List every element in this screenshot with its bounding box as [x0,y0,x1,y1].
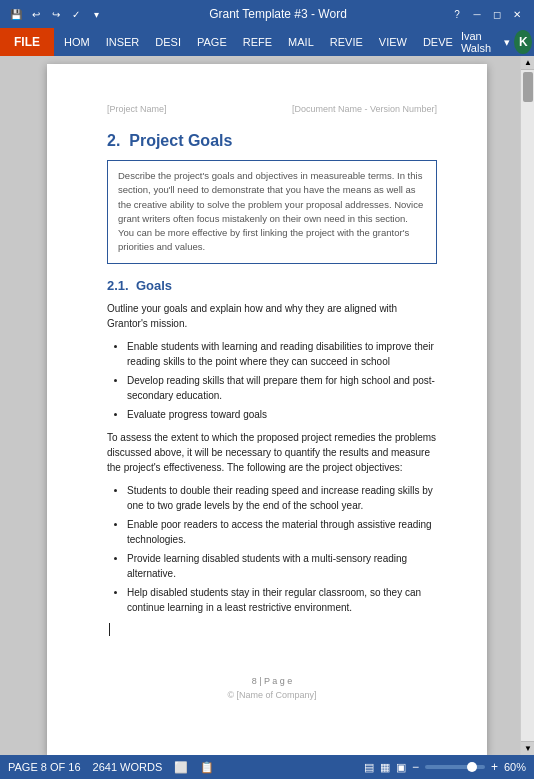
cursor [109,623,110,636]
goal-item-1: Enable students with learning and readin… [127,339,437,369]
section-title: 2. Project Goals [107,132,437,150]
zoom-level: 60% [504,761,526,773]
tab-review[interactable]: REVIE [322,28,371,56]
zoom-slider[interactable] [425,765,485,769]
ribbon-tabs: HOM INSER DESI PAGE REFE MAIL REVIE VIEW… [54,28,461,56]
view-icon-2[interactable]: ▦ [380,761,390,774]
tab-home[interactable]: HOM [56,28,98,56]
scroll-up-button[interactable]: ▲ [521,56,534,70]
title-bar: 💾 ↩ ↪ ✓ ▾ Grant Template #3 - Word ? ─ ◻… [0,0,534,28]
goal-item-3: Evaluate progress toward goals [127,407,437,422]
window-title: Grant Template #3 - Word [108,7,448,21]
customize-icon[interactable]: ▾ [88,6,104,22]
project-name-field: [Project Name] [107,104,167,114]
page-number: 8 | P a g e [107,676,437,686]
user-area: Ivan Walsh ▾ K [461,30,534,54]
spelling-icon[interactable]: ✓ [68,6,84,22]
objectives-list: Students to double their reading speed a… [127,483,437,615]
objective-item-3: Provide learning disabled students with … [127,551,437,581]
objective-item-2: Enable poor readers to access the materi… [127,517,437,547]
document-area: [Project Name] [Document Name - Version … [0,56,534,755]
track-changes-icon[interactable]: 📋 [200,761,214,774]
description-box: Describe the project's goals and objecti… [107,160,437,264]
user-dropdown-icon[interactable]: ▾ [504,36,510,49]
close-button[interactable]: ✕ [508,6,526,22]
restore-button[interactable]: ◻ [488,6,506,22]
word-count: 2641 WORDS [93,761,163,773]
scroll-down-button[interactable]: ▼ [521,741,534,755]
quick-access-toolbar: 💾 ↩ ↪ ✓ ▾ [8,6,104,22]
save-icon[interactable]: 💾 [8,6,24,22]
vertical-scrollbar[interactable]: ▲ ▼ [520,56,534,755]
minimize-button[interactable]: ─ [468,6,486,22]
document-name-field: [Document Name - Version Number] [292,104,437,114]
user-name[interactable]: Ivan Walsh [461,30,501,54]
zoom-thumb[interactable] [467,762,477,772]
file-tab[interactable]: FILE [0,28,54,56]
tab-insert[interactable]: INSER [98,28,148,56]
ribbon: FILE HOM INSER DESI PAGE REFE MAIL REVIE… [0,28,534,56]
objectives-intro: To assess the extent to which the propos… [107,430,437,475]
subsection-intro: Outline your goals and explain how and w… [107,301,437,331]
status-bar: PAGE 8 OF 16 2641 WORDS ⬜ 📋 ▤ ▦ ▣ − + 60… [0,755,534,779]
objective-item-4: Help disabled students stay in their reg… [127,585,437,615]
tab-page[interactable]: PAGE [189,28,235,56]
tab-references[interactable]: REFE [235,28,280,56]
language-icon: ⬜ [174,761,188,774]
page-header: [Project Name] [Document Name - Version … [107,104,437,114]
view-icon-1[interactable]: ▤ [364,761,374,774]
tab-mail[interactable]: MAIL [280,28,322,56]
goals-list: Enable students with learning and readin… [127,339,437,422]
status-right: ▤ ▦ ▣ − + 60% [364,760,526,774]
view-icon-3[interactable]: ▣ [396,761,406,774]
window-controls: ? ─ ◻ ✕ [448,6,526,22]
undo-icon[interactable]: ↩ [28,6,44,22]
page-count: PAGE 8 OF 16 [8,761,81,773]
tab-view[interactable]: VIEW [371,28,415,56]
zoom-out-button[interactable]: − [412,760,419,774]
subsection-title: 2.1. Goals [107,278,437,293]
description-text: Describe the project's goals and objecti… [118,170,423,252]
zoom-in-button[interactable]: + [491,760,498,774]
help-button[interactable]: ? [448,6,466,22]
goal-item-2: Develop reading skills that will prepare… [127,373,437,403]
scroll-thumb[interactable] [523,72,533,102]
objective-item-1: Students to double their reading speed a… [127,483,437,513]
copyright-footer: © [Name of Company] [107,690,437,700]
tab-design[interactable]: DESI [147,28,189,56]
redo-icon[interactable]: ↪ [48,6,64,22]
document-page[interactable]: [Project Name] [Document Name - Version … [47,64,487,755]
text-cursor-area[interactable] [107,623,437,637]
tab-developer[interactable]: DEVE [415,28,461,56]
user-avatar[interactable]: K [514,30,532,54]
